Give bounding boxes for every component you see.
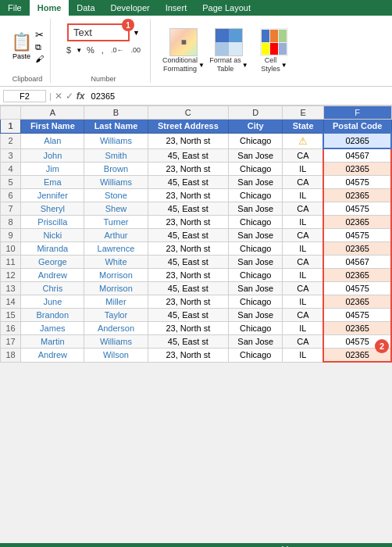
cell-address-9[interactable]: 45, East st [148,229,229,242]
table-row[interactable]: 12AndrewMorrison23, North stChicagoIL023… [1,269,392,282]
tab-home[interactable]: Home [30,0,69,16]
table-row[interactable]: 18AndrewWilson23, North stChicagoIL02365 [1,349,392,363]
cell-lastname-2[interactable]: Williams [84,133,148,148]
cell-postal-14[interactable]: 02365 [323,295,391,309]
col-header-a[interactable]: A [21,106,84,120]
cell-city-9[interactable]: San Jose [229,229,283,242]
cell-address-13[interactable]: 45, East st [148,282,229,295]
cell-state-15[interactable]: CA [283,309,324,322]
cell-postal-9[interactable]: 04575 [323,229,391,242]
table-row[interactable]: 14JuneMiller23, North stChicagoIL02365 [1,295,392,309]
cell-address-11[interactable]: 45, East st [148,256,229,269]
confirm-formula-icon[interactable]: ✓ [66,91,73,102]
cell-address-5[interactable]: 45, East st [148,176,229,189]
sheet-container[interactable]: A B C D E F 1 First Name Last Name Stree… [0,105,392,543]
cell-city-17[interactable]: San Jose [229,335,283,349]
header-firstname[interactable]: First Name [21,120,84,134]
cell-lastname-3[interactable]: Smith [84,148,148,163]
cell-postal-11[interactable]: 04567 [323,256,391,269]
cell-address-17[interactable]: 45, East st [148,335,229,349]
cell-postal-6[interactable]: 02365 [323,189,391,202]
cell-city-12[interactable]: Chicago [229,269,283,282]
cell-city-13[interactable]: San Jose [229,282,283,295]
cell-city-11[interactable]: San Jose [229,256,283,269]
cell-state-6[interactable]: IL [283,189,324,202]
cell-city-16[interactable]: Chicago [229,322,283,335]
cell-postal-12[interactable]: 02365 [323,269,391,282]
table-row[interactable]: 2AlanWilliams23, North stChicago⚠02365 [1,133,392,148]
tab-file[interactable]: File [0,0,30,16]
cell-state-12[interactable]: IL [283,269,324,282]
header-city[interactable]: City [229,120,283,134]
table-row[interactable]: 6JenniferStone23, North stChicagoIL02365 [1,189,392,202]
cell-city-14[interactable]: Chicago [229,295,283,309]
cell-firstname-4[interactable]: Jim [21,163,84,176]
cell-lastname-5[interactable]: Williams [84,176,148,189]
table-row[interactable]: 5EmaWilliams45, East stSan JoseCA04575 [1,176,392,189]
cell-lastname-10[interactable]: Lawrence [84,242,148,256]
tab-insert[interactable]: Insert [158,0,195,16]
dropdown-arrow[interactable]: ▼ [133,29,140,37]
cell-postal-7[interactable]: 04575 [323,202,391,216]
cell-city-6[interactable]: Chicago [229,189,283,202]
cell-state-7[interactable]: CA [283,202,324,216]
cell-state-16[interactable]: IL [283,322,324,335]
formula-input[interactable] [88,91,389,102]
cell-state-14[interactable]: IL [283,295,324,309]
table-row[interactable]: 7SherylShew45, East stSan JoseCA04575 [1,202,392,216]
cell-city-7[interactable]: San Jose [229,202,283,216]
cell-lastname-6[interactable]: Stone [84,189,148,202]
cell-city-2[interactable]: Chicago [229,133,283,148]
tab-data[interactable]: Data [69,0,102,16]
cell-city-8[interactable]: Chicago [229,216,283,229]
table-row[interactable]: 16JamesAnderson23, North stChicagoIL0236… [1,322,392,335]
tab-developer[interactable]: Developer [103,0,158,16]
cell-state-3[interactable]: CA [283,148,324,163]
cell-lastname-12[interactable]: Morrison [84,269,148,282]
cell-postal-3[interactable]: 04567 [323,148,391,163]
cell-lastname-9[interactable]: Arthur [84,229,148,242]
cell-postal-13[interactable]: 04575 [323,282,391,295]
cell-address-4[interactable]: 23, North st [148,163,229,176]
header-address[interactable]: Street Address [148,120,229,134]
format-as-table-button[interactable]: Format as Table ▼ [208,28,249,73]
decrease-decimal-button[interactable]: .0← [109,45,127,55]
cell-postal-5[interactable]: 04575 [323,176,391,189]
cell-postal-15[interactable]: 04575 [323,309,391,322]
cell-lastname-8[interactable]: Turner [84,216,148,229]
col-header-b[interactable]: B [84,106,148,120]
cell-firstname-14[interactable]: June [21,295,84,309]
cell-address-14[interactable]: 23, North st [148,295,229,309]
header-postal[interactable]: Postal Code [323,120,391,134]
cell-city-4[interactable]: Chicago [229,163,283,176]
increase-decimal-button[interactable]: .00 [128,45,143,55]
col-header-e[interactable]: E [283,106,324,120]
cell-lastname-13[interactable]: Morrison [84,282,148,295]
cell-firstname-11[interactable]: George [21,256,84,269]
cell-firstname-7[interactable]: Sheryl [21,202,84,216]
cell-firstname-18[interactable]: Andrew [21,349,84,363]
cell-postal-16[interactable]: 02365 [323,322,391,335]
copy-icon[interactable]: ⧉ [35,42,44,52]
cell-lastname-11[interactable]: White [84,256,148,269]
insert-function-icon[interactable]: fx [77,91,85,102]
cell-address-12[interactable]: 23, North st [148,269,229,282]
cell-state-2[interactable]: ⚠ [283,133,324,148]
cell-lastname-7[interactable]: Shew [84,202,148,216]
cell-state-11[interactable]: CA [283,256,324,269]
table-row[interactable]: 13ChrisMorrison45, East stSan JoseCA0457… [1,282,392,295]
cell-address-8[interactable]: 23, North st [148,216,229,229]
cell-city-10[interactable]: Chicago [229,242,283,256]
cell-state-4[interactable]: IL [283,163,324,176]
cell-firstname-5[interactable]: Ema [21,176,84,189]
cell-address-16[interactable]: 23, North st [148,322,229,335]
cell-state-5[interactable]: CA [283,176,324,189]
table-row[interactable]: 4JimBrown23, North stChicagoIL02365 [1,163,392,176]
cell-styles-dropdown-arrow[interactable]: ▼ [281,62,287,69]
dollar-dropdown[interactable]: ▼ [76,47,82,54]
cell-state-18[interactable]: IL [283,349,324,363]
cell-firstname-15[interactable]: Brandon [21,309,84,322]
col-header-d[interactable]: D [229,106,283,120]
format-painter-icon[interactable]: 🖌 [35,54,44,63]
table-row[interactable]: 9NickiArthur45, East stSan JoseCA04575 [1,229,392,242]
